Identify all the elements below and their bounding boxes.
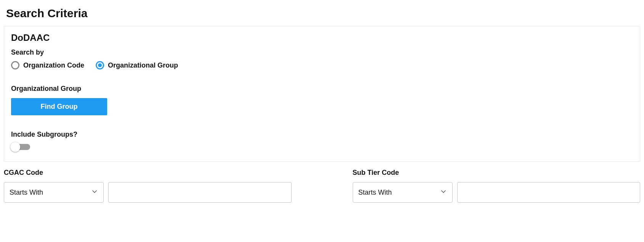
cgac-operator-value: Starts With [10, 189, 43, 197]
find-group-button[interactable]: Find Group [11, 98, 107, 115]
subtier-value-input[interactable] [457, 182, 641, 203]
radio-organization-code[interactable]: Organization Code [11, 61, 84, 69]
radio-icon [96, 61, 104, 69]
search-by-radio-group: Organization Code Organizational Group [11, 61, 633, 69]
radio-label-organizational-group: Organizational Group [108, 61, 178, 69]
cgac-label: CGAC Code [4, 169, 292, 177]
radio-organizational-group[interactable]: Organizational Group [96, 61, 178, 69]
search-panel: DoDAAC Search by Organization Code Organ… [4, 26, 640, 162]
radio-icon [11, 61, 19, 69]
include-subgroups-label: Include Subgroups? [11, 131, 633, 139]
subtier-filter: Sub Tier Code Starts With [353, 169, 641, 203]
radio-label-organization-code: Organization Code [23, 61, 84, 69]
filters-row: CGAC Code Starts With Sub Tier Code Star… [4, 169, 640, 203]
search-by-label: Search by [11, 48, 633, 56]
subtier-label: Sub Tier Code [353, 169, 641, 177]
toggle-knob [10, 142, 20, 152]
subtier-operator-select[interactable]: Starts With [353, 182, 453, 203]
page-title: Search Criteria [6, 7, 640, 20]
cgac-value-input[interactable] [108, 182, 292, 203]
cgac-filter: CGAC Code Starts With [4, 169, 292, 203]
cgac-operator-select[interactable]: Starts With [4, 182, 104, 203]
panel-title: DoDAAC [11, 32, 633, 43]
subtier-operator-value: Starts With [358, 189, 392, 197]
organizational-group-label: Organizational Group [11, 85, 633, 93]
include-subgroups-toggle[interactable] [11, 143, 32, 151]
